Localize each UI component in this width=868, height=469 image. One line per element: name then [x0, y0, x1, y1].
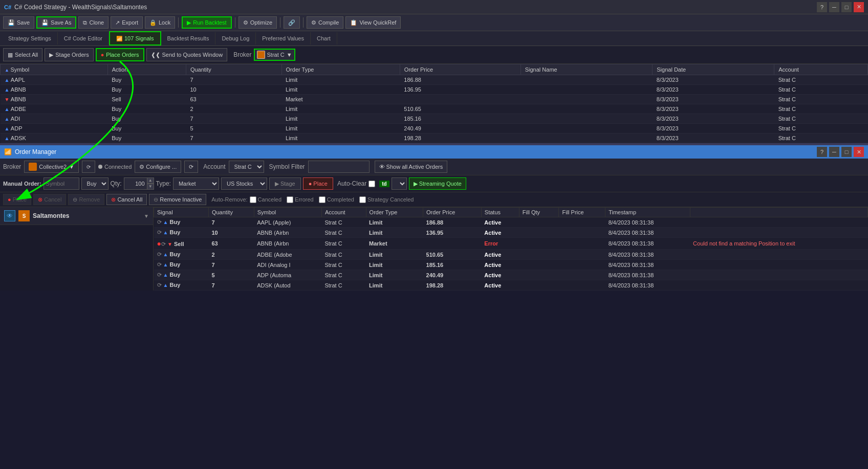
om-broker-selector[interactable]: Collective2 ▼ — [24, 161, 79, 173]
cell-signal: ⟳ ▲ Buy — [154, 250, 209, 260]
compile-button[interactable]: ⚙ Compile — [307, 16, 343, 29]
spin-up[interactable]: ▲ — [147, 177, 154, 184]
cell-symbol: ABNB (Airbn — [254, 238, 321, 250]
market-type-selector[interactable]: US Stocks — [221, 177, 267, 190]
auto-remove-canceled[interactable]: Canceled — [250, 196, 281, 203]
tab-signals[interactable]: 📶 107 Signals — [109, 31, 161, 46]
td-selector[interactable]: ▼ — [392, 177, 407, 190]
view-quickref-button[interactable]: 📋 View QuickRef — [345, 16, 401, 29]
cell-account: Strat C — [321, 228, 366, 238]
om-content: Signal Quantity Symbol Account Order Typ… — [154, 207, 868, 291]
cell-status: Active — [481, 250, 519, 260]
manual-place-button[interactable]: ● Place — [303, 177, 333, 190]
symbol-input[interactable] — [44, 177, 79, 190]
save-button[interactable]: 💾 Save — [3, 16, 34, 29]
strategy-canceled-checkbox[interactable] — [359, 196, 366, 203]
cell-quantity: 2 — [208, 250, 254, 260]
configure-icon: ⚙ — [139, 164, 144, 170]
tab-backtest-results[interactable]: Backtest Results — [161, 32, 216, 44]
order-type-selector[interactable]: Market Limit — [173, 177, 219, 190]
sidebar-dropdown-icon: ▼ — [144, 213, 149, 219]
visibility-button[interactable]: 👁 — [4, 210, 15, 221]
tab-strategy-settings[interactable]: Strategy Settings — [2, 32, 58, 44]
cell-account: Strat C — [774, 75, 868, 85]
dropdown-arrow-icon: ▼ — [287, 52, 292, 58]
close-button[interactable]: ✕ — [854, 2, 864, 12]
qty-input[interactable] — [124, 177, 147, 190]
col-symbol[interactable]: Symbol — [1, 64, 108, 75]
configure-button[interactable]: ⚙ Configure ... — [135, 161, 181, 173]
tab-chart[interactable]: Chart — [311, 32, 337, 44]
om-minimize-button[interactable]: ─ — [829, 147, 839, 157]
select-all-button[interactable]: ▦ Select All — [3, 48, 42, 61]
clone-button[interactable]: ⧉ Clone — [78, 16, 108, 29]
place-dot-icon: ● — [8, 196, 11, 203]
cell-account: Strat C — [321, 270, 366, 280]
om-help-button[interactable]: ? — [817, 147, 827, 157]
cell-order-price: 198.28 — [400, 133, 520, 143]
direction-up-icon: ▲ — [5, 106, 10, 112]
tab-preferred-values[interactable]: Preferred Values — [256, 32, 311, 44]
om-refresh2-button[interactable]: ⟳ — [184, 161, 198, 173]
cell-note — [690, 260, 867, 270]
table-row: ▲ ADSK Buy 7 Limit 198.28 8/3/2023 Strat… — [1, 133, 868, 143]
manual-stage-button[interactable]: ▶ Stage — [269, 177, 301, 190]
order-place-button[interactable]: ● Place — [3, 194, 31, 205]
optimize-button[interactable]: ⚙ Optimize — [238, 16, 277, 29]
cell-fill-qty — [519, 260, 559, 270]
show-active-orders-button[interactable]: 👁 Show all Active Orders — [375, 161, 448, 173]
remove-inactive-button[interactable]: ⊖ Remove Inactive — [149, 194, 206, 205]
optimize-icon: ⚙ — [243, 19, 248, 26]
om-account-selector[interactable]: Strat C — [229, 161, 264, 173]
streaming-quote-button[interactable]: ▶ Streaming Quote — [409, 177, 466, 190]
send-to-quotes-button[interactable]: ❰❰ Send to Quotes Window — [146, 48, 228, 61]
stage-orders-button[interactable]: ▶ Stage Orders — [45, 48, 93, 61]
om-close-button[interactable]: ✕ — [854, 147, 864, 157]
om-refresh-button[interactable]: ⟳ — [82, 161, 95, 173]
help-button[interactable]: ? — [817, 2, 827, 12]
cell-action: Buy — [107, 85, 186, 95]
col-acct-h: Account — [321, 208, 366, 217]
cell-action: Sell — [107, 95, 186, 104]
cell-timestamp: 8/4/2023 08:31:38 — [605, 228, 690, 238]
canceled-checkbox[interactable] — [250, 196, 256, 203]
qty-spinbox[interactable]: ▲ ▼ — [124, 177, 154, 190]
cell-symbol: ADBE (Adobe — [254, 250, 321, 260]
auto-remove-strategy-canceled[interactable]: Strategy Canceled — [359, 196, 414, 203]
minimize-button[interactable]: ─ — [829, 2, 839, 12]
tab-code-editor[interactable]: C# Code Editor — [58, 32, 109, 44]
export-button[interactable]: ↗ Export — [111, 16, 143, 29]
order-remove-button[interactable]: ⊖ Remove — [68, 194, 104, 205]
om-title-content: 📶 Order Manager — [4, 148, 56, 155]
auto-remove-completed[interactable]: Completed — [319, 196, 354, 203]
window-controls: ? ─ □ ✕ — [817, 2, 864, 12]
side-selector[interactable]: Buy Sell — [81, 177, 108, 190]
place-orders-button[interactable]: ● Place Orders — [96, 48, 144, 61]
run-backtest-button[interactable]: ▶ Run Backtest — [182, 16, 231, 29]
symbol-filter-input[interactable] — [308, 161, 370, 173]
broker-icon — [257, 51, 265, 59]
cancel-all-button[interactable]: ⊗ Cancel All — [106, 194, 147, 205]
col-signal-name: Signal Name — [520, 64, 653, 75]
type-label: Type: — [156, 180, 171, 187]
save-as-button[interactable]: 💾 Save As — [36, 16, 76, 29]
stage-play-icon: ▶ — [275, 181, 279, 187]
completed-checkbox[interactable] — [319, 196, 326, 203]
cell-order-type: Limit — [281, 133, 400, 143]
cell-status: Active — [481, 228, 519, 238]
cell-note — [690, 250, 867, 260]
cell-signal-name — [520, 75, 653, 85]
auto-clear-checkbox[interactable] — [368, 181, 375, 187]
spin-down[interactable]: ▼ — [147, 184, 154, 190]
lock-button[interactable]: 🔒 Lock — [145, 16, 175, 29]
order-cancel-button[interactable]: ⊗ Cancel — [33, 194, 66, 205]
auto-remove-errored[interactable]: Errored — [287, 196, 314, 203]
maximize-button[interactable]: □ — [841, 2, 852, 12]
cell-action: Buy — [107, 104, 186, 114]
link-button[interactable]: 🔗 — [284, 16, 300, 29]
tab-debug-log[interactable]: Debug Log — [215, 32, 256, 44]
errored-checkbox[interactable] — [287, 196, 293, 203]
om-maximize-button[interactable]: □ — [841, 147, 852, 157]
remove-dot-icon: ⊖ — [73, 196, 77, 203]
broker-selector[interactable]: Strat C ▼ — [254, 49, 295, 61]
